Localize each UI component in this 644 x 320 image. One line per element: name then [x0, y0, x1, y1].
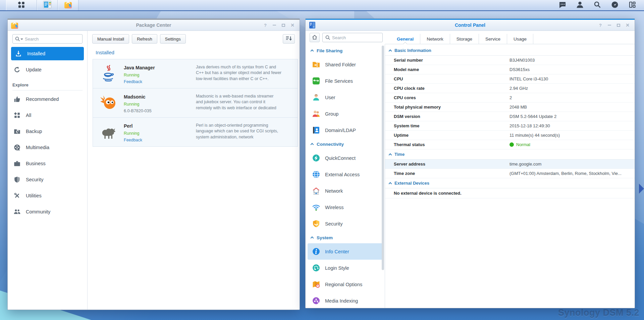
- sidebar-item-domain-ldap[interactable]: Domain/LDAP: [306, 122, 385, 138]
- control-panel-search-input[interactable]: [322, 33, 383, 42]
- pilot-view-button[interactable]: [608, 1, 622, 10]
- main-menu-button[interactable]: [6, 0, 37, 10]
- package-card-madsonic[interactable]: Madsonic Running 6.0-B7820-035 Madsonic …: [93, 88, 298, 118]
- settings-button[interactable]: Settings: [160, 34, 186, 44]
- sidebar-item-file-services[interactable]: File Services: [306, 73, 385, 89]
- package-description: Perl is an object-oriented programming l…: [196, 122, 281, 142]
- sidebar-item-all[interactable]: All: [8, 107, 87, 123]
- user-menu-button[interactable]: [573, 1, 587, 10]
- sidebar-item-external-access[interactable]: External Access: [306, 166, 385, 183]
- package-toolbar: Manual Install Refresh Settings: [88, 34, 300, 44]
- sidebar-item-wireless[interactable]: Wireless: [306, 199, 385, 215]
- chevron-up-icon: [311, 237, 314, 240]
- row-label: Thermal status: [385, 142, 509, 147]
- control-panel-tabs: General Network Storage Service Usage: [385, 34, 635, 44]
- search-button[interactable]: [590, 1, 604, 10]
- sidebar-item-media-indexing[interactable]: Media Indexing: [306, 293, 385, 308]
- tab-storage[interactable]: Storage: [450, 34, 479, 44]
- search-icon: [15, 36, 20, 43]
- sidebar-section-file-sharing[interactable]: File Sharing: [306, 45, 385, 56]
- sidebar-item-installed[interactable]: Installed: [11, 47, 84, 60]
- package-card-java-manager[interactable]: Java Manager Running Feedback Java deriv…: [93, 59, 298, 88]
- info-row-dsm-version: DSM version DSM 5.2-5644 Update 2: [385, 112, 635, 121]
- search-icon: [325, 35, 330, 42]
- user-icon: [576, 1, 584, 10]
- home-button[interactable]: [310, 33, 320, 42]
- taskbar-control-panel-button[interactable]: [37, 0, 58, 10]
- feedback-link[interactable]: Feedback: [124, 79, 142, 84]
- scrollbar-thumb[interactable]: [382, 46, 384, 270]
- minimize-button[interactable]: [271, 22, 277, 28]
- sidebar-item-quickconnect[interactable]: QuickConnect: [306, 150, 385, 166]
- search-icon: [593, 1, 601, 10]
- quickconnect-icon: [312, 154, 320, 162]
- search-filter-caret-icon: [20, 39, 23, 40]
- sidebar-section-connectivity[interactable]: Connectivity: [306, 138, 385, 150]
- external-devices-header[interactable]: External Devices: [385, 178, 635, 188]
- row-value: Normal: [516, 142, 530, 147]
- section-title: Connectivity: [317, 142, 344, 147]
- window-controls: ? ✕: [597, 22, 635, 28]
- row-label: System time: [385, 123, 509, 128]
- basic-information-header[interactable]: Basic Information: [385, 46, 635, 56]
- sidebar-item-utilities[interactable]: Utilities: [8, 188, 87, 204]
- shield-icon: [13, 176, 21, 183]
- tab-network[interactable]: Network: [420, 34, 450, 44]
- time-header[interactable]: Time: [385, 149, 635, 159]
- people-icon: [13, 208, 21, 215]
- notifications-icon: [558, 1, 567, 10]
- sidebar-scrollbar[interactable]: [382, 46, 384, 307]
- help-button[interactable]: ?: [262, 22, 268, 28]
- help-button[interactable]: ?: [597, 22, 603, 28]
- sidebar-item-backup[interactable]: Backup: [8, 123, 87, 139]
- sidebar-item-regional-options[interactable]: Regional Options: [306, 276, 385, 293]
- package-description: Madsonic is a web-based media streamer a…: [196, 92, 281, 113]
- sidebar-item-info-center[interactable]: Info Center: [308, 243, 383, 260]
- sidebar-section-system[interactable]: System: [306, 232, 385, 243]
- section-title: Basic Information: [394, 48, 431, 53]
- close-button[interactable]: ✕: [625, 22, 631, 28]
- sidebar-item-update[interactable]: Update: [8, 62, 87, 78]
- taskbar-package-center-button[interactable]: [58, 0, 78, 10]
- desktop-edge-arrow[interactable]: [639, 184, 644, 194]
- notifications-button[interactable]: [555, 1, 570, 10]
- widgets-button[interactable]: [625, 1, 639, 10]
- window-title: Package Center: [8, 22, 300, 28]
- tab-general[interactable]: General: [390, 34, 420, 44]
- info-row-model-name: Model name DS3615xs: [385, 65, 635, 74]
- sidebar-item-shared-folder[interactable]: Shared Folder: [306, 56, 385, 73]
- sidebar-item-user[interactable]: User: [306, 89, 385, 106]
- sidebar-item-security[interactable]: Security: [306, 215, 385, 232]
- home-icon: [312, 34, 318, 41]
- feedback-link[interactable]: Feedback: [124, 138, 142, 142]
- package-card-perl[interactable]: Perl Running Feedback Perl is an object-…: [93, 117, 298, 147]
- sidebar-item-recommended[interactable]: Recommended: [8, 91, 87, 107]
- sidebar-item-business[interactable]: Business: [8, 155, 87, 172]
- sidebar-item-multimedia[interactable]: Multimedia: [8, 139, 87, 155]
- network-house-icon: [312, 187, 320, 195]
- maximize-button[interactable]: [280, 22, 286, 28]
- refresh-button[interactable]: Refresh: [132, 34, 157, 44]
- sidebar-item-group[interactable]: Group: [306, 106, 385, 122]
- pilot-view-icon: [611, 1, 619, 10]
- package-center-sidebar: Installed Update Explore Recommended: [8, 31, 88, 310]
- manual-install-button[interactable]: Manual Install: [92, 34, 129, 44]
- sidebar-item-label: Business: [26, 161, 46, 166]
- chevron-up-icon: [389, 182, 392, 185]
- sidebar-item-security[interactable]: Security: [8, 172, 87, 188]
- sort-button[interactable]: [283, 34, 295, 44]
- row-label: CPU cores: [385, 95, 509, 100]
- tab-service[interactable]: Service: [479, 34, 507, 44]
- sidebar-item-network[interactable]: Network: [306, 183, 385, 199]
- sidebar-item-label: Security: [26, 177, 43, 182]
- maximize-button[interactable]: [615, 22, 622, 28]
- close-button[interactable]: ✕: [289, 22, 296, 28]
- sidebar-item-community[interactable]: Community: [8, 204, 87, 220]
- control-panel-search: [322, 33, 383, 42]
- package-center-titlebar[interactable]: Package Center ? ✕: [8, 19, 300, 31]
- minimize-button[interactable]: [606, 22, 612, 28]
- sidebar-item-login-style[interactable]: Login Style: [306, 260, 385, 276]
- tab-usage[interactable]: Usage: [507, 34, 533, 44]
- control-panel-titlebar[interactable]: Control Panel ? ✕: [306, 19, 635, 31]
- section-title: Time: [394, 152, 405, 157]
